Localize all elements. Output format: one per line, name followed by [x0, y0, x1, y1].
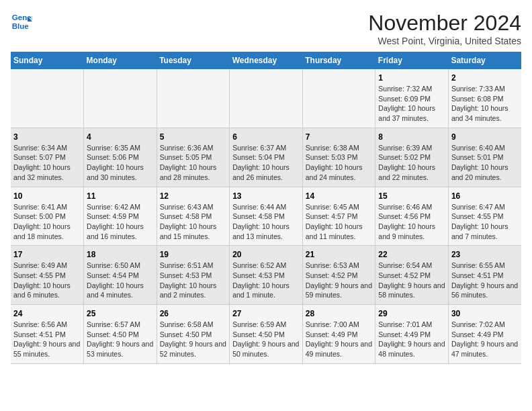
day-number: 28: [306, 309, 373, 318]
column-header-sunday: Sunday: [11, 52, 84, 69]
calendar-cell: 5Sunrise: 6:36 AM Sunset: 5:05 PM Daylig…: [157, 128, 230, 187]
calendar-cell: 13Sunrise: 6:44 AM Sunset: 4:58 PM Dayli…: [230, 187, 303, 246]
day-info: Sunrise: 6:46 AM Sunset: 4:56 PM Dayligh…: [378, 202, 445, 242]
day-info: Sunrise: 7:00 AM Sunset: 4:49 PM Dayligh…: [306, 320, 373, 359]
calendar-cell: 16Sunrise: 6:47 AM Sunset: 4:55 PM Dayli…: [448, 187, 521, 246]
day-info: Sunrise: 6:34 AM Sunset: 5:07 PM Dayligh…: [13, 143, 81, 183]
calendar-cell: 9Sunrise: 6:40 AM Sunset: 5:01 PM Daylig…: [448, 128, 521, 187]
calendar-table: SundayMondayTuesdayWednesdayThursdayFrid…: [11, 52, 521, 364]
day-number: 10: [13, 191, 81, 201]
day-number: 2: [451, 73, 519, 83]
calendar-cell: 14Sunrise: 6:45 AM Sunset: 4:57 PM Dayli…: [302, 187, 375, 246]
week-row-4: 17Sunrise: 6:49 AM Sunset: 4:55 PM Dayli…: [11, 246, 521, 305]
calendar-cell: 7Sunrise: 6:38 AM Sunset: 5:03 PM Daylig…: [302, 128, 375, 187]
calendar-cell: 6Sunrise: 6:37 AM Sunset: 5:04 PM Daylig…: [230, 128, 303, 187]
day-number: 12: [160, 191, 227, 201]
day-number: 17: [13, 250, 81, 259]
day-info: Sunrise: 6:43 AM Sunset: 4:58 PM Dayligh…: [160, 202, 227, 242]
day-number: 16: [451, 191, 519, 201]
day-info: Sunrise: 6:35 AM Sunset: 5:06 PM Dayligh…: [87, 143, 154, 183]
day-info: Sunrise: 6:53 AM Sunset: 4:52 PM Dayligh…: [306, 261, 373, 300]
day-info: Sunrise: 6:59 AM Sunset: 4:50 PM Dayligh…: [232, 320, 300, 359]
calendar-cell: 23Sunrise: 6:55 AM Sunset: 4:51 PM Dayli…: [448, 246, 521, 305]
day-number: 8: [378, 132, 445, 142]
day-info: Sunrise: 6:45 AM Sunset: 4:57 PM Dayligh…: [306, 202, 373, 242]
day-info: Sunrise: 6:51 AM Sunset: 4:53 PM Dayligh…: [160, 261, 227, 300]
day-info: Sunrise: 6:57 AM Sunset: 4:50 PM Dayligh…: [87, 320, 154, 359]
day-info: Sunrise: 6:58 AM Sunset: 4:50 PM Dayligh…: [160, 320, 227, 359]
calendar-cell: 26Sunrise: 6:58 AM Sunset: 4:50 PM Dayli…: [157, 305, 230, 364]
week-row-5: 24Sunrise: 6:56 AM Sunset: 4:51 PM Dayli…: [11, 305, 521, 364]
day-number: 30: [451, 309, 519, 318]
day-number: 24: [13, 309, 81, 318]
day-number: 23: [451, 250, 519, 259]
calendar-cell: 18Sunrise: 6:50 AM Sunset: 4:54 PM Dayli…: [84, 246, 157, 305]
column-header-friday: Friday: [375, 52, 449, 69]
day-info: Sunrise: 6:39 AM Sunset: 5:02 PM Dayligh…: [378, 143, 445, 183]
calendar-cell: 21Sunrise: 6:53 AM Sunset: 4:52 PM Dayli…: [302, 246, 375, 305]
calendar-subtitle: West Point, Virginia, United States: [368, 36, 521, 46]
day-info: Sunrise: 6:54 AM Sunset: 4:52 PM Dayligh…: [378, 261, 445, 300]
day-number: 11: [87, 191, 154, 201]
day-number: 22: [378, 250, 445, 259]
svg-text:Blue: Blue: [12, 22, 30, 30]
calendar-cell: [11, 69, 84, 128]
column-header-tuesday: Tuesday: [157, 52, 230, 69]
calendar-cell: 24Sunrise: 6:56 AM Sunset: 4:51 PM Dayli…: [11, 305, 84, 364]
week-row-1: 1Sunrise: 7:32 AM Sunset: 6:09 PM Daylig…: [11, 69, 521, 128]
day-number: 15: [378, 191, 445, 201]
day-info: Sunrise: 6:50 AM Sunset: 4:54 PM Dayligh…: [87, 261, 154, 300]
column-header-saturday: Saturday: [448, 52, 521, 69]
day-info: Sunrise: 6:55 AM Sunset: 4:51 PM Dayligh…: [451, 261, 519, 300]
calendar-title: November 2024: [368, 11, 521, 36]
day-number: 3: [13, 132, 81, 142]
calendar-cell: 28Sunrise: 7:00 AM Sunset: 4:49 PM Dayli…: [302, 305, 375, 364]
day-number: 5: [160, 132, 227, 142]
page-header: General Blue November 2024 West Point, V…: [11, 11, 521, 46]
day-number: 18: [87, 250, 154, 259]
calendar-cell: 12Sunrise: 6:43 AM Sunset: 4:58 PM Dayli…: [157, 187, 230, 246]
calendar-cell: [84, 69, 157, 128]
day-info: Sunrise: 6:42 AM Sunset: 4:59 PM Dayligh…: [87, 202, 154, 242]
calendar-cell: [230, 69, 303, 128]
calendar-cell: 19Sunrise: 6:51 AM Sunset: 4:53 PM Dayli…: [157, 246, 230, 305]
day-number: 9: [451, 132, 519, 142]
column-header-monday: Monday: [84, 52, 157, 69]
day-info: Sunrise: 6:49 AM Sunset: 4:55 PM Dayligh…: [13, 261, 81, 300]
day-info: Sunrise: 6:40 AM Sunset: 5:01 PM Dayligh…: [451, 143, 519, 183]
calendar-cell: 3Sunrise: 6:34 AM Sunset: 5:07 PM Daylig…: [11, 128, 84, 187]
day-number: 6: [232, 132, 300, 142]
day-info: Sunrise: 6:36 AM Sunset: 5:05 PM Dayligh…: [160, 143, 227, 183]
day-info: Sunrise: 7:02 AM Sunset: 4:49 PM Dayligh…: [451, 320, 519, 359]
day-number: 4: [87, 132, 154, 142]
calendar-cell: 22Sunrise: 6:54 AM Sunset: 4:52 PM Dayli…: [375, 246, 449, 305]
day-info: Sunrise: 7:32 AM Sunset: 6:09 PM Dayligh…: [378, 84, 445, 124]
day-number: 7: [306, 132, 373, 142]
week-row-3: 10Sunrise: 6:41 AM Sunset: 5:00 PM Dayli…: [11, 187, 521, 246]
day-info: Sunrise: 6:37 AM Sunset: 5:04 PM Dayligh…: [232, 143, 300, 183]
day-info: Sunrise: 6:47 AM Sunset: 4:55 PM Dayligh…: [451, 202, 519, 242]
calendar-cell: 20Sunrise: 6:52 AM Sunset: 4:53 PM Dayli…: [230, 246, 303, 305]
calendar-cell: 10Sunrise: 6:41 AM Sunset: 5:00 PM Dayli…: [11, 187, 84, 246]
calendar-cell: 8Sunrise: 6:39 AM Sunset: 5:02 PM Daylig…: [375, 128, 449, 187]
day-number: 19: [160, 250, 227, 259]
day-number: 1: [378, 73, 445, 83]
calendar-cell: 15Sunrise: 6:46 AM Sunset: 4:56 PM Dayli…: [375, 187, 449, 246]
logo: General Blue: [11, 11, 32, 32]
calendar-cell: 25Sunrise: 6:57 AM Sunset: 4:50 PM Dayli…: [84, 305, 157, 364]
calendar-cell: 30Sunrise: 7:02 AM Sunset: 4:49 PM Dayli…: [448, 305, 521, 364]
week-row-2: 3Sunrise: 6:34 AM Sunset: 5:07 PM Daylig…: [11, 128, 521, 187]
day-info: Sunrise: 6:56 AM Sunset: 4:51 PM Dayligh…: [13, 320, 81, 359]
day-info: Sunrise: 6:52 AM Sunset: 4:53 PM Dayligh…: [232, 261, 300, 300]
calendar-cell: 4Sunrise: 6:35 AM Sunset: 5:06 PM Daylig…: [84, 128, 157, 187]
logo-icon: General Blue: [11, 11, 32, 32]
header-row: SundayMondayTuesdayWednesdayThursdayFrid…: [11, 52, 521, 69]
calendar-cell: [302, 69, 375, 128]
calendar-cell: [157, 69, 230, 128]
day-number: 13: [232, 191, 300, 201]
day-number: 25: [87, 309, 154, 318]
title-block: November 2024 West Point, Virginia, Unit…: [368, 11, 521, 46]
day-number: 14: [306, 191, 373, 201]
day-info: Sunrise: 6:44 AM Sunset: 4:58 PM Dayligh…: [232, 202, 300, 242]
column-header-thursday: Thursday: [302, 52, 375, 69]
